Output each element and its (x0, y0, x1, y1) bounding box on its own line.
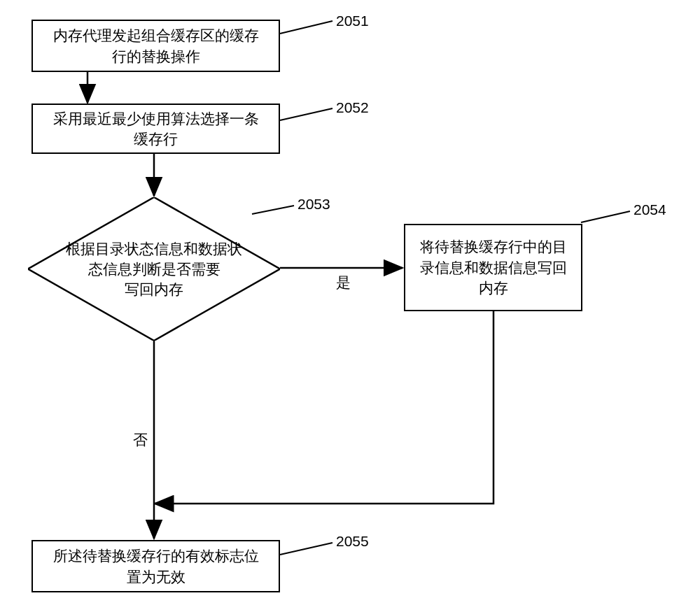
process-box-2052: 采用最近最少使用算法选择一条 缓存行 (31, 104, 280, 154)
label-2051: 2051 (336, 13, 369, 29)
svg-line-7 (280, 543, 332, 555)
edge-label-no: 否 (133, 430, 148, 450)
label-2054: 2054 (634, 201, 666, 218)
svg-line-3 (280, 21, 332, 34)
edge-label-yes: 是 (336, 273, 351, 292)
process-box-2055: 所述待替换缓存行的有效标志位 置为无效 (31, 540, 280, 592)
box-text: 内存代理发起组合缓存区的缓存 行的替换操作 (53, 25, 259, 66)
label-2053: 2053 (298, 196, 330, 213)
box-text: 所述待替换缓存行的有效标志位 置为无效 (53, 546, 259, 587)
label-2055: 2055 (336, 533, 369, 550)
svg-line-4 (280, 108, 332, 120)
decision-text: 根据目录状态信息和数据状 态信息判断是否需要 写回内存 (56, 238, 252, 299)
process-box-2054: 将待替换缓存行中的目 录信息和数据信息写回 内存 (404, 224, 582, 311)
box-text: 将待替换缓存行中的目 录信息和数据信息写回 内存 (420, 236, 567, 298)
decision-box-2053: 根据目录状态信息和数据状 态信息判断是否需要 写回内存 (28, 197, 280, 341)
process-box-2051: 内存代理发起组合缓存区的缓存 行的替换操作 (31, 20, 280, 72)
svg-line-6 (581, 211, 630, 222)
label-2052: 2052 (336, 99, 369, 116)
box-text: 采用最近最少使用算法选择一条 缓存行 (53, 108, 259, 150)
